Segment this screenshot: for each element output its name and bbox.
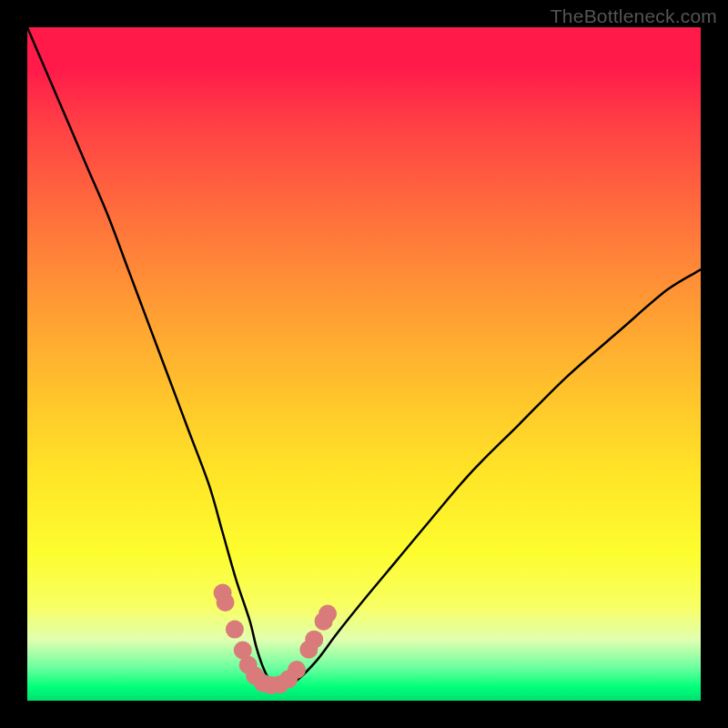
curve-layer: [27, 27, 701, 701]
marker-dot: [299, 641, 318, 659]
marker-dot: [315, 612, 333, 631]
marker-dot: [271, 675, 289, 693]
marker-dot: [262, 676, 280, 694]
marker-dot: [214, 584, 232, 602]
bottleneck-curve: [27, 27, 701, 688]
marker-dot: [226, 621, 244, 639]
chart-frame: TheBottleneck.com: [0, 0, 728, 728]
marker-dot: [288, 661, 306, 679]
marker-dot: [246, 667, 264, 685]
watermark-text: TheBottleneck.com: [551, 5, 717, 27]
marker-dot: [234, 642, 252, 660]
plot-area: [27, 27, 701, 701]
marker-dot: [239, 656, 258, 674]
curve-markers: [214, 584, 337, 694]
marker-dot: [254, 674, 272, 693]
marker-dot: [305, 631, 323, 649]
marker-dot: [217, 593, 235, 612]
marker-dot: [318, 605, 337, 623]
marker-dot: [279, 670, 298, 688]
